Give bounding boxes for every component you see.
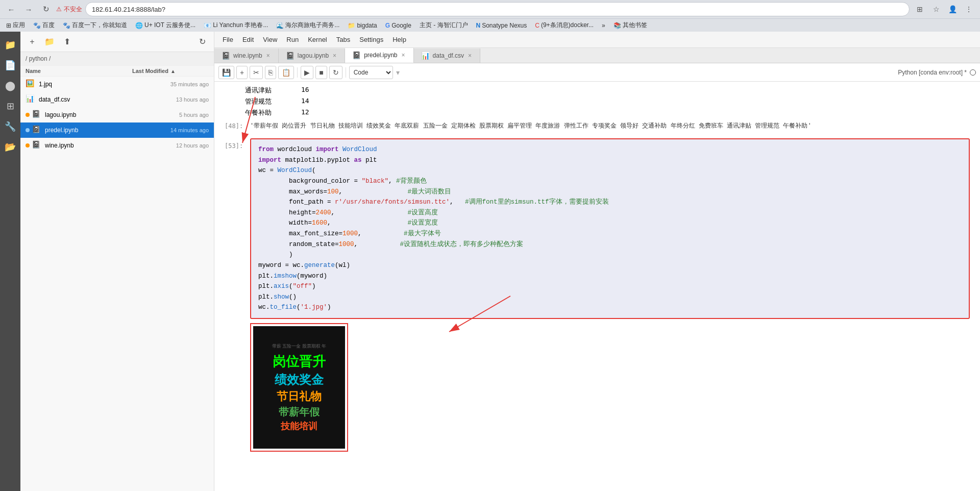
paste-button[interactable]: 📋: [278, 66, 294, 79]
copy-button[interactable]: ⎘: [265, 66, 276, 79]
stop-button[interactable]: ■: [315, 66, 327, 79]
bookmark-other[interactable]: 📚 其他书签: [611, 20, 649, 31]
browser-top-bar: ← → ↻ ⚠ 不安全 182.61.40.214:8888/lab? ⊞ ☆ …: [0, 0, 980, 18]
menu-run[interactable]: Run: [282, 34, 303, 45]
translate-button[interactable]: ⊞: [913, 2, 927, 16]
bookmark-haizhi[interactable]: 主页 - 海智汇门户: [418, 20, 470, 31]
menu-edit[interactable]: Edit: [238, 34, 258, 45]
address-text: 182.61.40.214:8888/lab?: [92, 6, 165, 13]
code-line-11: ): [258, 250, 962, 260]
tab-close-lagou[interactable]: ×: [332, 52, 337, 59]
refresh-sidebar-button[interactable]: ↻: [195, 35, 209, 48]
save-button[interactable]: 💾: [218, 66, 234, 79]
toolbar-separator-1: [297, 67, 298, 78]
activity-files[interactable]: 📄: [1, 56, 19, 75]
new-folder-button[interactable]: 📁: [43, 35, 56, 48]
status-dot-wine: [26, 143, 30, 148]
notebook-toolbar: 💾 + ✂ ⎘ 📋 ▶ ■ ↻ Code Markdown Raw ▾ Pyth…: [214, 63, 980, 82]
output-label-1: 通讯津贴: [245, 86, 286, 95]
refresh-button[interactable]: ↻: [39, 2, 53, 16]
file-time-predel: 14 minutes ago: [142, 127, 209, 133]
bookmark-docker[interactable]: C (9+条消息)docker...: [533, 20, 596, 31]
tab-close-datadf[interactable]: ×: [467, 52, 473, 59]
file-name-wine: wine.ipynb: [45, 142, 142, 149]
bookmark-bigdata[interactable]: 📁 bigdata: [346, 21, 379, 30]
bookmarks-bar: ⊞ 应用 🐾 百度 🐾 百度一下，你就知道 🌐 U+ IOT 云服务使... 📧…: [0, 18, 980, 32]
modified-column-header[interactable]: Last Modified ▲: [132, 68, 209, 74]
menu-button[interactable]: ⋮: [962, 2, 976, 16]
output-value-2: 14: [301, 97, 309, 106]
menu-view[interactable]: View: [259, 34, 281, 45]
uiot-label: U+ IOT 云服务使...: [144, 21, 195, 30]
menu-help[interactable]: Help: [388, 34, 410, 45]
haier-label: 海尔商旅电子商务...: [285, 21, 339, 30]
browser-actions: ⊞ ☆ 👤 ⋮: [913, 2, 976, 16]
code-line-6: font_path = r'/usr/share/fonts/simsun.tt…: [258, 197, 962, 208]
security-text: 不安全: [64, 5, 82, 14]
profile-button[interactable]: 👤: [945, 2, 960, 16]
bookmark-haier[interactable]: 🌊 海尔商旅电子商务...: [274, 20, 341, 31]
warning-icon: ⚠: [56, 6, 62, 13]
tab-datadf[interactable]: 📊 data_df.csv ×: [414, 48, 480, 63]
wc-word-4: 带薪年假: [279, 405, 320, 419]
bookmark-uiot[interactable]: 🌐 U+ IOT 云服务使...: [133, 20, 198, 31]
tab-wine[interactable]: 📓 wine.ipynb ×: [214, 48, 279, 63]
file-item-1jpg[interactable]: 🖼️ 1.jpq 35 minutes ago: [20, 77, 214, 92]
tab-label-lagou: lagou.ipynb: [298, 52, 329, 59]
sidebar-toolbar: + 📁 ⬆ ↻: [20, 32, 214, 52]
activity-folder2[interactable]: 📂: [1, 138, 19, 156]
menu-settings[interactable]: Settings: [355, 34, 387, 45]
google-label: Google: [391, 22, 411, 29]
add-cell-button[interactable]: +: [236, 66, 248, 79]
kernel-label: Python [conda env:root] *: [898, 69, 967, 76]
code-cell-53[interactable]: from wordcloud import WordCloud import m…: [250, 138, 970, 319]
cell-type-select[interactable]: Code Markdown Raw: [349, 66, 393, 79]
upload-button[interactable]: ⬆: [60, 35, 74, 48]
tab-lagou[interactable]: 📓 lagou.ipynb ×: [279, 48, 345, 63]
file-item-predel[interactable]: 📓 predel.ipynb 14 minutes ago: [20, 122, 214, 138]
forward-button[interactable]: →: [21, 2, 36, 16]
tab-icon-datadf: 📊: [421, 52, 430, 60]
refresh-button[interactable]: ↻: [329, 66, 342, 79]
cut-button[interactable]: ✂: [250, 66, 263, 79]
address-bar[interactable]: 182.61.40.214:8888/lab?: [85, 2, 910, 16]
bookmark-baidu[interactable]: 🐾 百度: [31, 20, 57, 31]
activity-circle[interactable]: ⬤: [1, 77, 19, 95]
baidu-icon: 🐾: [33, 22, 41, 29]
name-column-header[interactable]: Name: [26, 68, 132, 74]
bookmark-nexus[interactable]: N Sonatype Nexus: [474, 21, 529, 30]
nexus-label: Sonatype Nexus: [482, 22, 527, 29]
back-button[interactable]: ←: [4, 2, 18, 16]
wordcloud-image: 带薪 五险一金 股票期权 年 岗位晋升 绩效奖金 节日礼物 带薪年假 技能培训: [253, 326, 345, 449]
new-file-button[interactable]: +: [26, 35, 39, 48]
bookmark-li[interactable]: 📧 Li Yanchun 李艳春...: [202, 20, 270, 31]
activity-folder[interactable]: 📁: [1, 36, 19, 54]
activity-tools[interactable]: 🔧: [1, 117, 19, 136]
menu-kernel[interactable]: Kernel: [304, 34, 331, 45]
bookmark-button[interactable]: ☆: [929, 2, 943, 16]
tab-predel[interactable]: 📓 predel.ipynb ×: [345, 48, 413, 63]
output-row-3: 午餐补助 12: [245, 107, 970, 118]
menu-tabs[interactable]: Tabs: [332, 34, 354, 45]
menu-file[interactable]: File: [218, 34, 237, 45]
bookmark-apps[interactable]: ⊞ 应用: [4, 20, 27, 31]
cell-divider: [214, 132, 980, 136]
file-item-wine[interactable]: 📓 wine.ipynb 12 hours ago: [20, 138, 214, 153]
bookmark-google[interactable]: G Google: [383, 21, 413, 30]
bookmark-more[interactable]: »: [600, 21, 607, 30]
main-content: File Edit View Run Kernel Tabs Settings …: [214, 32, 980, 491]
breadcrumb: / python /: [20, 52, 214, 66]
code-line-2: import matplotlib.pyplot as plt: [258, 155, 962, 166]
tab-close-predel[interactable]: ×: [401, 52, 406, 59]
tab-close-wine[interactable]: ×: [265, 52, 271, 59]
file-item-datadf[interactable]: 📊 data_df.csv 13 hours ago: [20, 92, 214, 107]
activity-grid[interactable]: ⊞: [1, 97, 19, 115]
file-item-lagou[interactable]: 📓 lagou.ipynb 5 hours ago: [20, 107, 214, 122]
bigdata-label: bigdata: [357, 22, 377, 29]
bookmark-baidu2[interactable]: 🐾 百度一下，你就知道: [61, 20, 129, 31]
run-button[interactable]: ▶: [301, 66, 313, 79]
haier-icon: 🌊: [276, 22, 284, 29]
cell-48-text: '带薪年假 岗位晋升 节日礼物 技能培训 绩效奖金 年底双薪 五险一金 定期体检…: [250, 121, 970, 130]
output-value-3: 12: [301, 108, 309, 117]
cell-53-prompt: [53]:: [225, 138, 250, 150]
